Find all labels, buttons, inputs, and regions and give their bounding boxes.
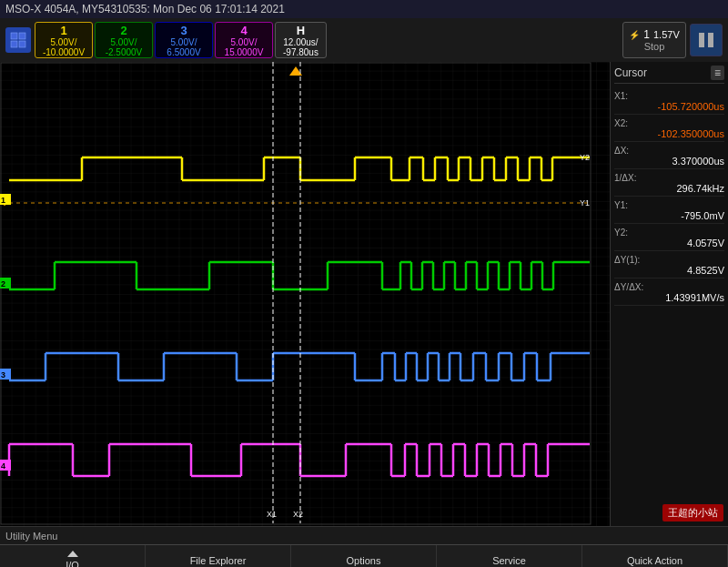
channel-1-button[interactable]: 1 5.00V/ -10.0000V	[35, 22, 93, 58]
menu-bar: I/O File Explorer Options Service Quick …	[0, 544, 728, 567]
svg-rect-1	[19, 33, 25, 39]
quick-action-label: Quick Action	[627, 555, 682, 566]
cursor-x2-value: -102.350000us	[614, 128, 724, 139]
cursor-x1-row: X1: -105.720000us	[614, 89, 724, 115]
cursor-dydx-label: ΔY/ΔX:	[614, 282, 724, 292]
file-explorer-label: File Explorer	[190, 555, 247, 566]
cursor-y2-value: 4.0575V	[614, 238, 724, 248]
trig-status: Stop	[644, 41, 665, 52]
osc-svg: Y2 Y1	[0, 62, 610, 526]
trig-label: ⚡	[629, 30, 640, 40]
options-label: Options	[347, 555, 381, 566]
watermark-text: 王超的小站	[668, 507, 718, 518]
ch3-number: 3	[180, 24, 187, 37]
cursor-dy1-row: ΔY(1): 4.8525V	[614, 253, 724, 278]
channel-4-button[interactable]: 4 5.00V/ 15.0000V	[215, 22, 273, 58]
svg-text:X1: X1	[267, 510, 277, 519]
io-arrow-up	[67, 551, 78, 557]
ch1-scale: 5.00V/	[51, 37, 77, 47]
cursor-x2-label: X2:	[614, 118, 724, 128]
cursor-x1-value: -105.720000us	[614, 101, 724, 112]
cursor-inv-dx-value: 296.74kHz	[614, 183, 724, 194]
svg-text:1: 1	[1, 196, 5, 205]
ch4-number: 4	[240, 24, 247, 37]
cursor-dydx-value: 1.43991MV/s	[614, 292, 724, 303]
cursor-x2-row: X2: -102.350000us	[614, 116, 724, 142]
ch3-scale: 5.00V/	[171, 37, 197, 47]
title-bar: MSO-X 4054A, MY54310535: Mon Dec 06 17:0…	[0, 0, 728, 18]
cursor-menu-icon[interactable]: ≡	[711, 66, 724, 80]
ch2-number: 2	[120, 24, 126, 37]
service-button[interactable]: Service	[437, 545, 582, 567]
svg-rect-3	[19, 41, 25, 47]
service-label: Service	[492, 555, 526, 566]
ch4-offset: 15.0000V	[225, 47, 264, 57]
main-area: Y2 Y1	[0, 62, 728, 526]
trig-level: 1.57V	[653, 29, 680, 40]
grid-icon[interactable]	[5, 27, 31, 53]
svg-text:Y2: Y2	[580, 153, 590, 162]
svg-rect-7	[0, 62, 610, 526]
h-label: H	[297, 24, 305, 37]
svg-text:2: 2	[1, 279, 5, 289]
cursor-dydx-row: ΔY/ΔX: 1.43991MV/s	[614, 280, 724, 306]
svg-rect-0	[11, 33, 17, 39]
cursor-panel-title: Cursor ≡	[614, 66, 724, 84]
title-text: MSO-X 4054A, MY54310535: Mon Dec 06 17:0…	[5, 3, 285, 15]
cursor-dx-row: ΔX: 3.370000us	[614, 144, 724, 169]
ch1-number: 1	[60, 24, 66, 37]
ch2-offset: -2.5000V	[106, 47, 143, 57]
h-position: -97.80us	[283, 47, 318, 57]
channel-header: 1 5.00V/ -10.0000V 2 5.00V/ -2.5000V 3 5…	[0, 18, 728, 62]
ch3-offset: 6.5000V	[167, 47, 200, 57]
horizontal-button[interactable]: H 12.00us/ -97.80us	[275, 22, 327, 58]
cursor-dx-value: 3.370000us	[614, 156, 724, 167]
cursor-dy1-label: ΔY(1):	[614, 255, 724, 265]
run-stop-indicator[interactable]	[690, 24, 723, 56]
oscilloscope-canvas[interactable]: Y2 Y1	[0, 62, 610, 526]
svg-text:4: 4	[1, 461, 5, 471]
ch4-scale: 5.00V/	[231, 37, 258, 47]
file-explorer-button[interactable]: File Explorer	[146, 545, 291, 567]
cursor-dy1-value: 4.8525V	[614, 265, 724, 276]
svg-text:X2: X2	[293, 510, 303, 519]
cursor-title-label: Cursor	[614, 66, 647, 79]
cursor-y1-label: Y1:	[614, 200, 724, 210]
utility-label: Utility Menu	[5, 531, 57, 542]
h-timescale: 12.00us/	[283, 37, 318, 47]
cursor-y1-row: Y1: -795.0mV	[614, 198, 724, 224]
cursor-y2-row: Y2: 4.0575V	[614, 226, 724, 251]
ch2-scale: 5.00V/	[111, 37, 137, 47]
cursor-dx-label: ΔX:	[614, 146, 724, 156]
svg-rect-2	[11, 41, 17, 47]
utility-bar: Utility Menu	[0, 526, 728, 544]
options-button[interactable]: Options	[291, 545, 437, 567]
trig-ch: 1	[643, 28, 650, 41]
cursor-panel: Cursor ≡ X1: -105.720000us X2: -102.3500…	[610, 62, 728, 526]
svg-text:3: 3	[1, 370, 5, 380]
cursor-inv-dx-label: 1/ΔX:	[614, 173, 724, 183]
trigger-button[interactable]: ⚡ 1 1.57V Stop	[622, 22, 686, 58]
cursor-inv-dx-row: 1/ΔX: 296.74kHz	[614, 171, 724, 197]
cursor-x1-label: X1:	[614, 91, 724, 101]
watermark: 王超的小站	[662, 504, 723, 521]
svg-text:Y1: Y1	[580, 198, 590, 208]
svg-rect-4	[699, 33, 704, 47]
io-label: I/O	[66, 560, 79, 567]
io-button[interactable]: I/O	[0, 545, 146, 567]
ch1-offset: -10.0000V	[43, 47, 85, 57]
svg-rect-5	[708, 33, 713, 47]
cursor-y1-value: -795.0mV	[614, 210, 724, 221]
channel-2-button[interactable]: 2 5.00V/ -2.5000V	[95, 22, 153, 58]
quick-action-button[interactable]: Quick Action	[582, 545, 728, 567]
channel-3-button[interactable]: 3 5.00V/ 6.5000V	[155, 22, 213, 58]
cursor-y2-label: Y2:	[614, 228, 724, 238]
